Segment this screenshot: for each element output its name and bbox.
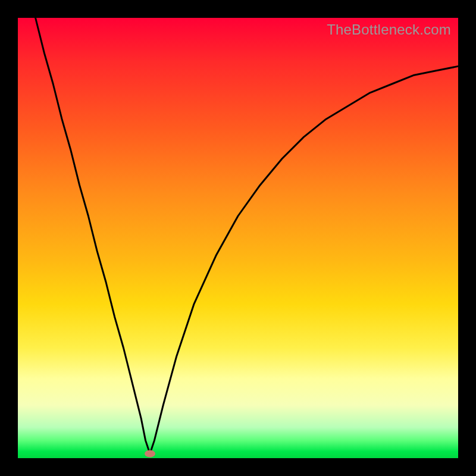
min-marker <box>145 450 155 458</box>
chart-svg <box>18 18 458 458</box>
chart-frame: TheBottleneck.com <box>0 0 476 476</box>
plot-area: TheBottleneck.com <box>18 18 458 458</box>
bottleneck-curve <box>36 18 458 454</box>
